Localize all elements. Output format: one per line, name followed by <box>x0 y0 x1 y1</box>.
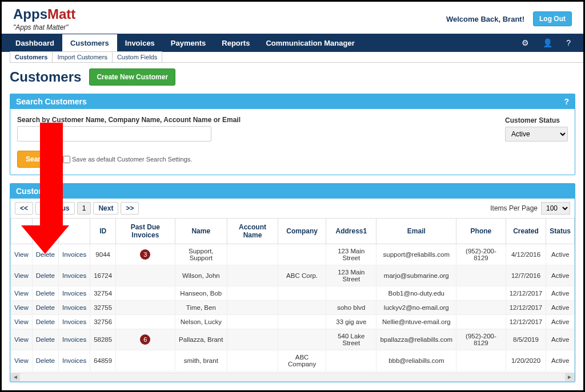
cell-past-due <box>116 265 175 286</box>
save-default-label[interactable]: Save as default Customer Search Settings… <box>63 156 192 163</box>
cell-id: 32755 <box>90 301 116 315</box>
pager-first[interactable]: << <box>15 202 33 215</box>
page-title: Customers <box>10 69 81 85</box>
invoices-link[interactable]: Invoices <box>58 350 90 371</box>
nav-communication[interactable]: Communication Manager <box>258 34 362 52</box>
items-per-page-label: Items Per Page <box>490 204 538 212</box>
cell-account <box>227 286 278 301</box>
cell-past-due <box>116 350 175 371</box>
sub-nav: Customers Import Customers Custom Fields <box>10 51 583 63</box>
pager-prev[interactable]: Previous <box>35 202 75 215</box>
cell-name: Nelson, Lucky <box>175 315 227 329</box>
view-link[interactable]: View <box>11 244 33 265</box>
delete-link[interactable]: Delete <box>32 301 58 315</box>
save-default-checkbox[interactable] <box>63 156 70 163</box>
subtab-customers[interactable]: Customers <box>10 51 53 62</box>
scroll-left-icon[interactable]: ◄ <box>11 373 20 381</box>
cell-created: 12/12/2017 <box>506 315 546 329</box>
logo-block: AppsMatt "Apps that Matter" <box>13 6 75 31</box>
status-label: Customer Status <box>505 116 568 124</box>
pager-last[interactable]: >> <box>121 202 139 215</box>
col-company[interactable]: Company <box>278 219 326 244</box>
col-action-0 <box>11 219 33 244</box>
delete-link[interactable]: Delete <box>32 244 58 265</box>
cell-email: Nellie@ntuve-email.org <box>376 315 456 329</box>
cell-created: 12/7/2016 <box>506 265 546 286</box>
col-id[interactable]: ID <box>90 219 116 244</box>
delete-link[interactable]: Delete <box>32 350 58 371</box>
view-link[interactable]: View <box>11 350 33 371</box>
delete-link[interactable]: Delete <box>32 265 58 286</box>
view-link[interactable]: View <box>11 286 33 301</box>
invoices-link[interactable]: Invoices <box>58 286 90 301</box>
horizontal-scrollbar[interactable]: ◄ ► <box>10 373 575 382</box>
cell-status: Active <box>546 350 575 371</box>
invoices-link[interactable]: Invoices <box>58 265 90 286</box>
invoices-link[interactable]: Invoices <box>58 329 90 350</box>
help-icon[interactable]: ? <box>559 38 578 47</box>
subtab-custom-fields[interactable]: Custom Fields <box>112 51 162 62</box>
logout-button[interactable]: Log Out <box>533 11 572 26</box>
nav-invoices[interactable]: Invoices <box>117 34 163 52</box>
invoices-link[interactable]: Invoices <box>58 244 90 265</box>
col-email[interactable]: Email <box>376 219 456 244</box>
main-nav: Dashboard Customers Invoices Payments Re… <box>2 34 583 52</box>
subtab-import[interactable]: Import Customers <box>52 51 112 62</box>
cell-phone <box>456 286 506 301</box>
cell-id: 9044 <box>90 244 116 265</box>
table-row: ViewDeleteInvoices32754Hanseon, BobBob1@… <box>11 286 575 301</box>
cell-phone <box>456 301 506 315</box>
cell-email: bbb@reliabills.com <box>376 350 456 371</box>
table-row: ViewDeleteInvoices32756Nelson, Lucky33 g… <box>11 315 575 329</box>
col-status[interactable]: Status <box>546 219 575 244</box>
logo-matt: Matt <box>47 6 75 22</box>
col-name[interactable]: Name <box>175 219 227 244</box>
col-address1[interactable]: Address1 <box>326 219 376 244</box>
delete-link[interactable]: Delete <box>32 286 58 301</box>
create-customer-button[interactable]: Create New Customer <box>89 68 175 86</box>
cell-id: 64859 <box>90 350 116 371</box>
cell-address: 33 gig ave <box>326 315 376 329</box>
scroll-right-icon[interactable]: ► <box>565 373 574 381</box>
cell-address: 123 Main Street <box>326 244 376 265</box>
col-past-due-invoices[interactable]: Past Due Invoices <box>116 219 175 244</box>
pager-next[interactable]: Next <box>93 202 118 215</box>
cell-address <box>326 350 376 371</box>
user-icon[interactable]: 👤 <box>536 38 559 47</box>
cell-name: Time, Ben <box>175 301 227 315</box>
delete-link[interactable]: Delete <box>32 315 58 329</box>
cell-phone <box>456 265 506 286</box>
cell-company <box>278 301 326 315</box>
cell-created: 8/5/2019 <box>506 329 546 350</box>
items-per-page-select[interactable]: 100 <box>541 202 570 215</box>
cell-name: Wilson, John <box>175 265 227 286</box>
search-button[interactable]: Search <box>17 151 57 168</box>
gear-icon[interactable]: ⚙ <box>515 38 536 47</box>
search-panel-help-icon[interactable]: ? <box>564 97 569 106</box>
pager-page: 1 <box>77 202 91 215</box>
view-link[interactable]: View <box>11 329 33 350</box>
table-row: ViewDeleteInvoices90443Support, Support1… <box>11 244 575 265</box>
col-account-name[interactable]: Account Name <box>227 219 278 244</box>
view-link[interactable]: View <box>11 265 33 286</box>
col-created[interactable]: Created <box>506 219 546 244</box>
nav-customers[interactable]: Customers <box>62 34 117 52</box>
invoices-link[interactable]: Invoices <box>58 301 90 315</box>
view-link[interactable]: View <box>11 315 33 329</box>
cell-company <box>278 329 326 350</box>
customers-panel: Customers << Previous 1 Next >> Items Pe… <box>10 183 575 382</box>
nav-reports[interactable]: Reports <box>214 34 258 52</box>
cell-company <box>278 315 326 329</box>
status-select[interactable]: Active <box>505 127 568 142</box>
col-phone[interactable]: Phone <box>456 219 506 244</box>
cell-created: 12/12/2017 <box>506 286 546 301</box>
cell-past-due: 3 <box>116 244 175 265</box>
delete-link[interactable]: Delete <box>32 329 58 350</box>
cell-id: 16724 <box>90 265 116 286</box>
nav-dashboard[interactable]: Dashboard <box>7 34 62 52</box>
nav-payments[interactable]: Payments <box>163 34 214 52</box>
cell-account <box>227 301 278 315</box>
search-input[interactable] <box>17 126 211 142</box>
invoices-link[interactable]: Invoices <box>58 315 90 329</box>
view-link[interactable]: View <box>11 301 33 315</box>
